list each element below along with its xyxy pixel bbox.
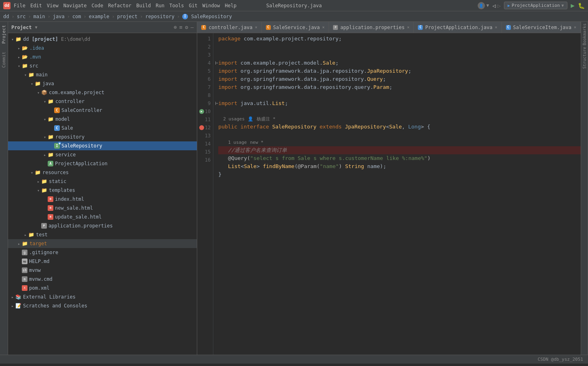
tab-saleservice[interactable]: C SaleService.java × <box>262 22 329 33</box>
tab-app-props[interactable]: P application.properties × <box>329 22 414 33</box>
tab-app-props-close[interactable]: × <box>407 25 409 29</box>
tree-item-index-html[interactable]: ▸ H index.html <box>8 195 197 204</box>
tab-saleserviceitem[interactable]: C SaleServiceItem.java × <box>502 22 581 33</box>
project-selector[interactable]: ▶ ProjectApplication ▼ <box>504 2 567 9</box>
vtab-commit[interactable]: Commit <box>1 52 6 68</box>
menu-edit[interactable]: Edit <box>30 3 42 8</box>
tree-item-templates-folder[interactable]: ▾ 📁 templates <box>8 186 197 195</box>
tree-item-app-props-leaf[interactable]: ▸ P application.properties <box>8 221 197 230</box>
param-string: "name" <box>320 162 339 170</box>
editor-area: C controller.java × C SaleService.java ×… <box>197 22 581 355</box>
tree-item-salerepository[interactable]: ▸ I ● SaleRepository <box>8 141 197 150</box>
menu-file[interactable]: File <box>14 3 25 8</box>
menu-git[interactable]: Git <box>189 3 198 8</box>
tree-item-dd[interactable]: ▾ 📁 dd [project] E:\dome\dd <box>8 35 197 44</box>
tab-project-app[interactable]: C ProjectApplication.java × <box>414 22 502 33</box>
arrow-main: ▾ <box>23 73 28 77</box>
tree-item-mvnw-cmd[interactable]: ▸ m mvnw.cmd <box>8 275 197 284</box>
meta-line-12: 1 usage new * <box>218 139 581 146</box>
menu-navigate[interactable]: Navigate <box>63 3 87 8</box>
status-right: CSDN @db_ysz_2051 <box>537 357 583 362</box>
salerepository-iface-icon: I ● <box>54 143 60 149</box>
crumb-dd[interactable]: dd <box>3 14 9 19</box>
tree-item-update-sale-html[interactable]: ▸ H update_sale.html <box>8 212 197 221</box>
sync-icon[interactable]: ⊕ <box>174 24 177 30</box>
crumb-com[interactable]: com <box>72 14 81 19</box>
tree-item-gitignore[interactable]: ▸ g .gitignore <box>8 248 197 257</box>
tree-item-idea[interactable]: ▸ 📂 .idea <box>8 44 197 53</box>
close-panel-icon[interactable]: — <box>190 24 194 30</box>
settings-icon2[interactable]: ⚙ <box>185 24 188 30</box>
nav-fwd-icon[interactable]: ▷ <box>497 2 501 9</box>
tree-item-sale[interactable]: ▸ C Sale <box>8 124 197 133</box>
tree-item-package[interactable]: ▾ 📦 com.example.project <box>8 88 197 97</box>
static-folder-icon: 📁 <box>41 179 47 184</box>
tree-item-mvnw[interactable]: ▸ sh mvnw <box>8 266 197 275</box>
crumb-repository[interactable]: repository <box>145 14 174 19</box>
tree-item-static-folder[interactable]: ▸ 📁 static <box>8 177 197 186</box>
tree-item-controller-folder[interactable]: ▾ 📁 controller <box>8 97 197 106</box>
arrow-idea: ▸ <box>16 46 22 50</box>
crumb-project[interactable]: project <box>117 14 138 19</box>
tab-controller[interactable]: C controller.java × <box>197 22 261 33</box>
tree-item-helpmd[interactable]: ▸ MD HELP.md <box>8 257 197 266</box>
tree-item-mvn[interactable]: ▸ 📂 .mvn <box>8 53 197 61</box>
tab-controller-close[interactable]: × <box>255 25 257 29</box>
code-line-3: ⊢ import com.example.project.model.Sale; <box>218 59 581 67</box>
arrow-src: ▾ <box>16 64 22 68</box>
code-content[interactable]: package com.example.project.repository; … <box>213 33 581 355</box>
main-layout: Project Commit Project ▼ ⊕ ≡ ⚙ — ▾ 📁 dd … <box>0 22 588 355</box>
app-props-leaf-icon: P <box>41 223 47 229</box>
tree-item-resources-folder[interactable]: ▾ 📁 resources <box>8 168 197 177</box>
tree-item-ext-libs[interactable]: ▸ 📚 External Libraries <box>8 292 197 301</box>
tree-item-salecontroller[interactable]: ▸ C SaleController <box>8 106 197 115</box>
run-button[interactable]: ▶ <box>571 2 575 9</box>
crumb-example[interactable]: example <box>89 14 110 19</box>
menu-code[interactable]: Code <box>92 3 103 8</box>
tab-saleserviceitem-close[interactable]: × <box>574 25 576 29</box>
crumb-main[interactable]: main <box>34 14 45 19</box>
bookmarks-label[interactable]: Bookmarks <box>582 23 587 45</box>
menu-window[interactable]: Window <box>202 3 220 8</box>
tree-item-repository-folder[interactable]: ▾ 📁 repository <box>8 133 197 141</box>
code-line-8: ⊢ import java.util.List; <box>218 99 581 107</box>
tree-item-pom-xml[interactable]: ▸ X pom.xml <box>8 284 197 292</box>
tree-label-static-folder: static <box>49 179 66 184</box>
tree-label-java: java <box>42 81 54 86</box>
nav-back-icon[interactable]: ◁ <box>492 2 495 9</box>
structure-label[interactable]: Structure <box>582 47 587 69</box>
tree-item-model-folder[interactable]: ▾ 📁 model <box>8 115 197 124</box>
tree-label-mvn: .mvn <box>30 54 41 60</box>
tree-item-java[interactable]: ▾ 📁 java <box>8 79 197 88</box>
menu-help[interactable]: Help <box>225 3 236 8</box>
collapse-all-icon[interactable]: ≡ <box>179 24 183 30</box>
tab-project-app-close[interactable]: × <box>495 25 497 29</box>
debug-button[interactable]: 🐛 <box>578 2 585 9</box>
tab-saleservice-close[interactable]: × <box>322 25 325 29</box>
menu-view[interactable]: View <box>47 3 59 8</box>
crumb-src[interactable]: src <box>17 14 26 19</box>
code-line-12: //通过客户名来查询订单 <box>218 146 581 154</box>
tree-item-service-folder[interactable]: ▸ 📁 service <box>8 150 197 159</box>
tree-item-target[interactable]: ▸ 📁 target <box>8 239 197 248</box>
menu-run[interactable]: Run <box>156 3 164 8</box>
tree-item-new-sale-html[interactable]: ▸ H new_sale.html <box>8 204 197 212</box>
vtab-project[interactable]: Project <box>1 25 6 44</box>
arrow-service-folder: ▸ <box>42 153 48 157</box>
menu-build[interactable]: Build <box>136 3 151 8</box>
arrow-resources-folder: ▾ <box>29 170 35 175</box>
crumb-salerepository[interactable]: SaleRepository <box>191 14 232 19</box>
tree-item-main[interactable]: ▾ 📁 main <box>8 70 197 79</box>
tree-item-src[interactable]: ▾ 📁 src <box>8 61 197 70</box>
menu-tools[interactable]: Tools <box>169 3 184 8</box>
project-folder-icon: 📁 <box>15 36 21 42</box>
pom-xml-icon: X <box>22 285 27 291</box>
tree-item-projectapplication[interactable]: ▸ A ProjectApplication <box>8 159 197 168</box>
project-header: Project ▼ ⊕ ≡ ⚙ — <box>8 22 197 33</box>
tree-item-scratches[interactable]: ▸ 📝 Scratches and Consoles <box>8 301 197 310</box>
sale-class-icon: C <box>54 125 60 131</box>
tree-item-test[interactable]: ▸ 📁 test <box>8 230 197 239</box>
menu-refactor[interactable]: Refactor <box>108 3 131 8</box>
breadcrumb-bar: dd › src › main › java › com › example ›… <box>0 11 588 22</box>
crumb-java[interactable]: java <box>53 14 65 19</box>
